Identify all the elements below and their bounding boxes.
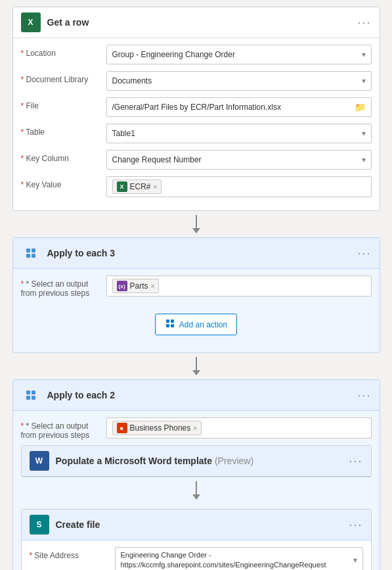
- ecr-tag-icon: X: [117, 181, 127, 192]
- apply3-select-label: * Select an output from previous steps: [21, 275, 106, 298]
- populate-word-menu[interactable]: ···: [349, 454, 362, 468]
- arrow-1: [192, 211, 200, 237]
- populate-word-card: W Populate a Microsoft Word template (Pr…: [21, 445, 372, 477]
- svg-rect-0: [26, 249, 30, 252]
- key-column-label: Key Column: [21, 150, 106, 163]
- svg-rect-8: [26, 391, 30, 394]
- svg-rect-7: [171, 324, 174, 327]
- apply-to-each-2-menu[interactable]: ···: [357, 389, 371, 402]
- svg-rect-9: [32, 391, 35, 394]
- add-action-icon: [165, 318, 175, 331]
- file-input[interactable]: /General/Part Files by ECR/Part Informat…: [106, 97, 372, 117]
- svg-rect-2: [26, 254, 30, 258]
- table-dropdown[interactable]: Table1 ▾: [106, 124, 372, 143]
- parts-tag: {x} Parts ×: [112, 279, 160, 293]
- apply2-select-row: * Select an output from previous steps ■…: [21, 417, 372, 440]
- apply-to-each-3-header: Apply to each 3 ···: [13, 238, 380, 269]
- apply-to-each-2-card: Apply to each 2 ··· * Select an output f…: [12, 379, 380, 570]
- apply3-select-row: * Select an output from previous steps {…: [21, 275, 372, 298]
- populate-word-header: W Populate a Microsoft Word template (Pr…: [22, 446, 371, 477]
- key-value-input[interactable]: X ECR# ×: [106, 176, 372, 197]
- table-row: Table Table1 ▾: [21, 124, 372, 143]
- word-icon: W: [30, 451, 49, 471]
- table-label: Table: [21, 124, 106, 137]
- site-address-row: Site Address Engineering Change Order - …: [30, 547, 363, 570]
- site-address-dropdown[interactable]: Engineering Change Order - https://kccmf…: [115, 547, 363, 570]
- table-dropdown-arrow: ▾: [362, 129, 366, 138]
- apply-to-each-3-title: Apply to each 3: [47, 248, 358, 258]
- arrow-inner: [21, 477, 372, 504]
- doc-library-row: Document Library Documents ▾: [21, 71, 372, 91]
- svg-rect-5: [171, 320, 174, 323]
- svg-rect-6: [166, 324, 169, 327]
- populate-word-suffix: (Preview): [212, 456, 253, 466]
- create-file-menu[interactable]: ···: [349, 518, 362, 532]
- add-action-label: Add an action: [179, 320, 227, 329]
- excel-icon: X: [21, 12, 41, 32]
- location-label: Location: [21, 45, 106, 58]
- apply-to-each-3-card: Apply to each 3 ··· * Select an output f…: [12, 237, 380, 353]
- apply2-select-label: * Select an output from previous steps: [21, 417, 106, 440]
- arrow-1-head: [192, 228, 200, 233]
- parts-tag-remove[interactable]: ×: [151, 283, 155, 290]
- get-a-row-menu[interactable]: ···: [357, 16, 371, 30]
- location-dropdown-arrow: ▾: [362, 50, 366, 59]
- add-action-container: Add an action: [21, 307, 372, 342]
- create-file-body: Site Address Engineering Change Order - …: [22, 540, 371, 570]
- arrow-2: [192, 353, 200, 379]
- arrow-1-line: [196, 215, 197, 228]
- business-phones-tag: ■ Business Phones ×: [112, 421, 202, 435]
- business-phones-tag-icon: ■: [117, 423, 127, 433]
- ecr-tag: X ECR# ×: [112, 179, 162, 194]
- create-file-header: S Create file ···: [22, 510, 371, 540]
- apply-to-each-2-header: Apply to each 2 ···: [13, 380, 380, 411]
- svg-rect-11: [32, 396, 35, 400]
- location-row: Location Group - Engineering Change Orde…: [21, 45, 372, 64]
- get-a-row-title: Get a row: [47, 17, 358, 28]
- apply-to-each-3-menu[interactable]: ···: [357, 247, 371, 260]
- svg-rect-10: [26, 396, 30, 400]
- svg-rect-4: [166, 320, 169, 323]
- key-value-label: Key Value: [21, 176, 106, 189]
- apply-to-each-2-icon: [21, 385, 41, 405]
- apply-to-each-2-body: * Select an output from previous steps ■…: [13, 411, 380, 570]
- key-column-dropdown[interactable]: Change Request Number ▾: [106, 150, 372, 170]
- apply-to-each-3-icon: [21, 243, 41, 263]
- file-browse-icon: 📁: [355, 102, 366, 112]
- arrow-inner-head: [192, 494, 200, 500]
- get-a-row-body: Location Group - Engineering Change Orde…: [13, 38, 380, 210]
- site-address-value: Engineering Change Order - https://kccmf…: [121, 550, 353, 570]
- key-column-dropdown-arrow: ▾: [362, 155, 366, 164]
- sharepoint-icon: S: [30, 515, 49, 534]
- ecr-tag-remove[interactable]: ×: [154, 183, 158, 191]
- key-value-row: Key Value X ECR# ×: [21, 176, 372, 197]
- arrow-2-line: [196, 357, 197, 370]
- svg-rect-3: [32, 254, 35, 258]
- parts-tag-icon: {x}: [117, 281, 127, 291]
- create-file-card: S Create file ··· Site Address Engineeri…: [21, 509, 372, 570]
- business-phones-tag-remove[interactable]: ×: [193, 425, 197, 432]
- arrow-2-head: [192, 370, 200, 375]
- populate-word-title: Populate a Microsoft Word template (Prev…: [56, 456, 349, 466]
- apply3-select-input[interactable]: {x} Parts ×: [106, 275, 372, 297]
- get-a-row-header: X Get a row ···: [13, 7, 380, 38]
- apply-to-each-3-body: * Select an output from previous steps {…: [13, 269, 380, 352]
- site-address-arrow: ▾: [353, 556, 357, 565]
- ecr-tag-text: ECR#: [130, 182, 151, 191]
- site-address-label: Site Address: [30, 547, 115, 560]
- create-file-title: Create file: [56, 519, 349, 530]
- add-action-button[interactable]: Add an action: [155, 314, 237, 335]
- arrow-inner-line: [196, 481, 197, 494]
- key-column-row: Key Column Change Request Number ▾: [21, 150, 372, 170]
- location-dropdown[interactable]: Group - Engineering Change Order ▾: [106, 45, 372, 64]
- svg-rect-1: [32, 249, 35, 252]
- doc-library-dropdown[interactable]: Documents ▾: [106, 71, 372, 91]
- file-label: File: [21, 97, 106, 110]
- doc-library-label: Document Library: [21, 71, 106, 84]
- apply2-select-input[interactable]: ■ Business Phones ×: [106, 417, 372, 439]
- file-row: File /General/Part Files by ECR/Part Inf…: [21, 97, 372, 117]
- apply-to-each-2-title: Apply to each 2: [47, 390, 358, 400]
- get-a-row-card: X Get a row ··· Location Group - Enginee…: [12, 7, 380, 211]
- business-phones-tag-text: Business Phones: [130, 423, 191, 433]
- parts-tag-text: Parts: [130, 281, 148, 291]
